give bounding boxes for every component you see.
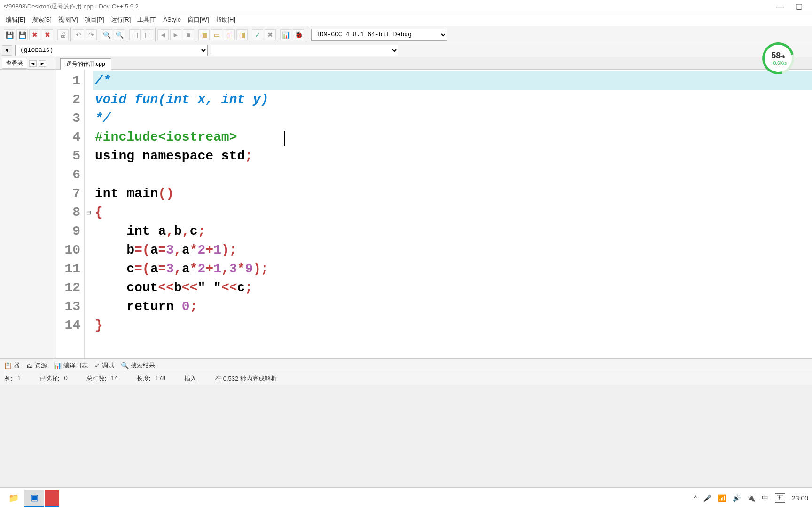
status-len: 178 — [155, 374, 165, 383]
bottom-tab[interactable]: ✓调试 — [94, 361, 114, 370]
fold-column[interactable]: ⊟ — [85, 70, 93, 358]
bottom-tab[interactable]: 🗂资源 — [26, 361, 47, 370]
menu-item[interactable]: 项目[P] — [82, 14, 107, 25]
taskbar-explorer[interactable]: 📁 — [4, 490, 23, 507]
text-cursor-icon — [284, 131, 285, 146]
redo-icon[interactable]: ↷ — [86, 29, 97, 40]
debug-back-icon[interactable]: ◄ — [157, 29, 169, 40]
undo-icon[interactable]: ↶ — [73, 29, 84, 40]
menu-item[interactable]: 搜索[S] — [29, 14, 55, 25]
bottom-tab[interactable]: 📊编译日志 — [54, 361, 88, 370]
menu-item[interactable]: 帮助[H] — [213, 14, 239, 25]
titlebar: s\99898\Desktop\逗号的作用.cpp - Dev-C++ 5.9.… — [0, 0, 812, 13]
menu-item[interactable]: 编辑[E] — [3, 14, 28, 25]
bottom-tab[interactable]: 🔍搜索结果 — [121, 361, 155, 370]
sub-toolbar: ▼ (globals) — [0, 43, 812, 57]
file-tab[interactable]: 逗号的作用.cpp — [60, 58, 111, 70]
globals-select[interactable]: (globals) — [15, 45, 208, 56]
menu-item[interactable]: 工具[T] — [134, 14, 159, 25]
status-col: 1 — [17, 374, 21, 383]
power-icon[interactable]: 🔌 — [747, 494, 755, 502]
debug-stop-icon[interactable]: ■ — [183, 29, 194, 40]
bottom-tab[interactable]: 📋器 — [4, 361, 20, 370]
taskbar: 📁 ▣ ^ 🎤 📶 🔊 🔌 中 五 23:00 — [0, 487, 812, 508]
bottom-tabs: 📋器🗂资源📊编译日志✓调试🔍搜索结果 — [0, 358, 812, 372]
window-title: s\99898\Desktop\逗号的作用.cpp - Dev-C++ 5.9.… — [4, 2, 771, 11]
save-icon[interactable]: 💾 — [4, 29, 15, 40]
speed-widget[interactable]: 58% ↑ 0.6K/s — [762, 42, 798, 78]
toolbar: 💾 💾 ✖ ✖ 🖨 ↶ ↷ 🔍 🔍 ▤ ▤ ◄ ► ■ ▦ ▭ ▦ ▦ ✓ ✖ … — [0, 26, 812, 43]
nav-prev-icon[interactable]: ◄ — [29, 60, 37, 67]
status-sel: 0 — [64, 374, 67, 383]
menu-item[interactable]: AStyle — [160, 15, 184, 24]
compiler-select[interactable]: TDM-GCC 4.8.1 64-bit Debug — [311, 29, 447, 41]
compile-icon[interactable]: ▦ — [198, 29, 210, 40]
speed-pct: 58 — [771, 51, 781, 60]
run-icon[interactable]: ▭ — [211, 29, 222, 40]
ime-lang[interactable]: 中 — [762, 494, 768, 502]
scope-dropdown-icon[interactable]: ▼ — [2, 45, 12, 56]
wifi-icon[interactable]: 📶 — [718, 494, 726, 502]
maximize-button[interactable]: ▢ — [789, 2, 808, 11]
debug-fwd-icon[interactable]: ► — [170, 29, 181, 40]
code-text[interactable]: /*void fun(int x, int y)*/#include<iostr… — [93, 70, 812, 358]
menubar: 编辑[E]搜索[S]视图[V]项目[P]运行[R]工具[T]AStyle窗口[W… — [0, 13, 812, 26]
bookmark-icon[interactable]: ▤ — [142, 29, 153, 40]
compile-run-icon[interactable]: ▦ — [224, 29, 235, 40]
tray-up-icon[interactable]: ^ — [694, 494, 697, 502]
system-tray: ^ 🎤 📶 🔊 🔌 中 五 23:00 — [694, 493, 808, 503]
minimize-button[interactable]: — — [771, 2, 789, 11]
close-all-icon[interactable]: ✖ — [42, 29, 53, 40]
goto-icon[interactable]: ▤ — [129, 29, 141, 40]
ime-day[interactable]: 五 — [775, 493, 785, 503]
volume-icon[interactable]: 🔊 — [733, 494, 741, 502]
status-col-label: 列: — [5, 374, 13, 383]
rebuild-icon[interactable]: ▦ — [236, 29, 248, 40]
status-lines: 14 — [111, 374, 117, 383]
status-len-label: 长度: — [137, 374, 151, 383]
cancel-icon[interactable]: ✖ — [265, 29, 276, 40]
debug-icon[interactable]: 🐞 — [293, 29, 304, 40]
clock[interactable]: 23:00 — [792, 494, 808, 502]
mic-icon[interactable]: 🎤 — [703, 494, 711, 502]
close-icon[interactable]: ✖ — [29, 29, 40, 40]
find-icon[interactable]: 🔍 — [101, 29, 112, 40]
editor-area: 逗号的作用.cpp 1234567891011121314 ⊟ /*void f… — [56, 57, 812, 358]
save-all-icon[interactable]: 💾 — [16, 29, 28, 40]
status-parse: 在 0.532 秒内完成解析 — [215, 374, 277, 383]
code-editor[interactable]: 1234567891011121314 ⊟ /*void fun(int x, … — [56, 70, 812, 358]
nav-next-icon[interactable]: ► — [39, 60, 46, 67]
line-gutter: 1234567891011121314 — [56, 70, 85, 358]
speed-rate: ↑ 0.6K/s — [770, 61, 787, 66]
menu-item[interactable]: 窗口[W] — [185, 14, 212, 25]
status-mode: 插入 — [184, 374, 196, 383]
taskbar-recorder[interactable] — [45, 490, 59, 507]
replace-icon[interactable]: 🔍 — [114, 29, 125, 40]
members-select[interactable] — [211, 45, 398, 56]
profile-icon[interactable]: 📊 — [280, 29, 291, 40]
menu-item[interactable]: 运行[R] — [108, 14, 134, 25]
sidebar: 查看类 ◄ ► — [0, 57, 56, 358]
sidebar-tab-classes[interactable]: 查看类 — [2, 58, 27, 69]
print-icon[interactable]: 🖨 — [57, 29, 69, 40]
status-lines-label: 总行数: — [86, 374, 107, 383]
menu-item[interactable]: 视图[V] — [55, 14, 81, 25]
taskbar-devcpp[interactable]: ▣ — [24, 490, 44, 507]
status-sel-label: 已选择: — [39, 374, 60, 383]
statusbar: 列:1 已选择:0 总行数:14 长度:178 插入 在 0.532 秒内完成解… — [0, 372, 812, 385]
check-icon[interactable]: ✓ — [252, 29, 263, 40]
